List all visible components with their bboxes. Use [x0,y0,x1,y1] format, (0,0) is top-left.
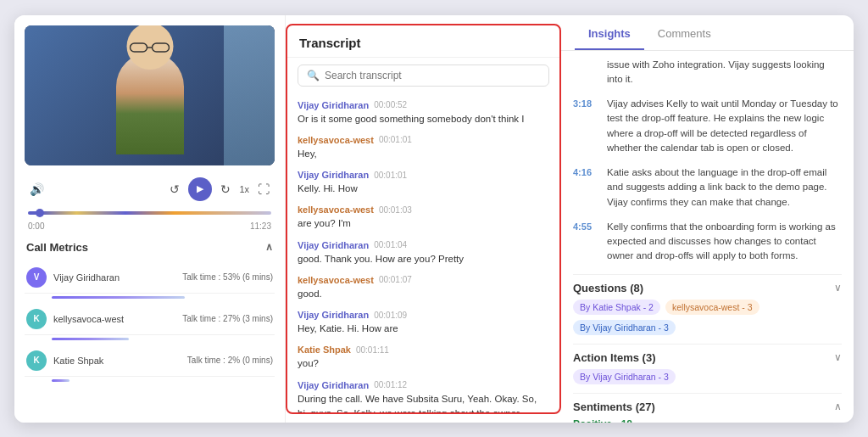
entry-timestamp: 00:01:07 [379,275,412,284]
metric-row: K Katie Shpak Talk time : 2% (0 mins) [25,345,275,387]
tab-comments[interactable]: Comments [644,15,725,50]
speaker-name: Vijay Giridharan [298,170,369,180]
transcript-title: Transcript [287,25,559,58]
fullscreen-button[interactable]: ⛶ [256,181,271,198]
entry-timestamp: 00:01:01 [374,171,407,180]
entry-timestamp: 00:01:09 [374,311,407,320]
video-player[interactable] [25,25,275,165]
forward-button[interactable]: ↻ [219,181,232,198]
transcript-panel: Transcript 🔍 Vijay Giridharan 00:00:52 O… [286,24,561,414]
insights-scroll: issue with Zoho integration. Vijay sugge… [561,51,854,423]
insight-item: 4:55 Kelly confirms that the onboarding … [573,220,842,264]
questions-section: Questions (8) ∨ By Katie Shpak - 2kellys… [573,274,842,335]
insight-text: Vijay advises Kelly to wait until Monday… [607,97,842,155]
action-items-chevron[interactable]: ∨ [834,351,842,363]
transcript-entry: Vijay Giridharan 00:01:01 Kelly. Hi. How [298,170,549,196]
entry-timestamp: 00:01:04 [374,240,407,249]
transcript-entry: Vijay Giridharan 00:01:12 During the cal… [298,380,549,412]
metric-row: K kellysavoca-west Talk time : 27% (3 mi… [25,304,275,345]
search-icon: 🔍 [307,70,320,81]
rewind-button[interactable]: ↺ [168,181,181,198]
search-box: 🔍 [298,64,549,87]
transcript-text: are you? I'm [298,216,549,231]
transcript-scroll: Vijay Giridharan 00:00:52 Or is it some … [287,93,559,412]
transcript-entry: Vijay Giridharan 00:00:52 Or is it some … [298,100,549,126]
sentiments-section: Sentiments (27) ∧ Positive - 18 8:45 Oka… [573,393,842,423]
time-labels: 0:00 11:23 [25,220,275,233]
transcript-text: good. Thank you. How are you? Pretty [298,252,549,266]
participant-talk-time: Talk time : 27% (3 mins) [182,314,273,323]
insight-time: 4:16 [573,165,598,210]
action-items-title: Action Items (3) [573,351,656,364]
entry-timestamp: 00:01:01 [379,135,412,144]
question-tag[interactable]: By Katie Shpak - 2 [573,300,660,315]
speaker-name: Vijay Giridharan [298,310,369,320]
transcript-entry: Katie Shpak 00:01:11 you? [298,345,549,371]
transcript-text: Hey, [298,147,549,161]
transcript-entry: kellysavoca-west 00:01:03 are you? I'm [298,204,549,231]
questions-title: Questions (8) [573,282,643,294]
participant-avatar: K [26,350,47,371]
insight-item: 4:16 Katie asks about the language in th… [573,165,842,210]
speed-button[interactable]: 1x [239,184,249,194]
participant-talk-time: Talk time : 2% (0 mins) [187,356,273,365]
video-controls: 🔊 ↺ ▶ ↻ 1x ⛶ [25,172,275,206]
participant-name: Katie Shpak [53,356,181,366]
action-items-tags: By Vijay Giridharan - 3 [573,369,842,384]
action-tag[interactable]: By Vijay Giridharan - 3 [573,369,676,384]
insight-time [573,58,598,87]
left-panel: 🔊 ↺ ▶ ↻ 1x ⛶ 0:00 11:23 Call Metrics ∧ V… [14,15,286,423]
transcript-text: During the call. We have Subsita Suru, Y… [298,392,549,412]
transcript-text: Kelly. Hi. How [298,182,549,196]
insight-time: 3:18 [573,97,598,155]
speaker-name: Vijay Giridharan [298,240,369,250]
question-tag[interactable]: By Vijay Giridharan - 3 [573,320,676,335]
volume-button[interactable]: 🔊 [28,181,46,198]
questions-chevron[interactable]: ∨ [834,282,842,294]
speaker-name: Vijay Giridharan [298,380,369,390]
speaker-name: kellysavoca-west [298,204,374,215]
entry-timestamp: 00:01:03 [379,205,412,215]
participant-bar [52,379,70,382]
transcript-entry: Vijay Giridharan 00:01:04 good. Thank yo… [298,240,549,266]
transcript-entry: Vijay Giridharan 00:01:09 Hey, Katie. Hi… [298,310,549,336]
metrics-list: V Vijay Giridharan Talk time : 53% (6 mi… [25,262,275,387]
speaker-name: Vijay Giridharan [298,100,369,110]
participant-name: kellysavoca-west [53,314,175,324]
insight-text: issue with Zoho integration. Vijay sugge… [607,58,842,87]
svg-rect-1 [152,43,169,52]
participant-bar [52,296,185,299]
entry-timestamp: 00:01:11 [356,345,389,355]
metric-row: V Vijay Giridharan Talk time : 53% (6 mi… [25,262,275,304]
current-time: 0:00 [28,221,44,231]
participant-name: Vijay Giridharan [53,272,175,283]
insight-time: 4:55 [573,220,598,264]
tab-insights[interactable]: Insights [575,15,644,50]
metrics-collapse-icon[interactable]: ∧ [265,241,273,253]
questions-tags: By Katie Shpak - 2kellysavoca-west - 3By… [573,300,842,335]
transcript-entry: kellysavoca-west 00:01:01 Hey, [298,135,549,161]
sentiments-chevron[interactable]: ∧ [834,401,842,412]
tabs-bar: Insights Comments [561,15,854,51]
call-metrics-header: Call Metrics ∧ [25,241,275,254]
participant-avatar: K [26,309,47,329]
participant-talk-time: Talk time : 53% (6 mins) [182,272,273,282]
entry-timestamp: 00:00:52 [374,100,407,109]
insight-item: 3:18 Vijay advises Kelly to wait until M… [573,97,842,155]
duration: 11:23 [250,221,271,231]
speaker-name: kellysavoca-west [298,135,374,145]
insight-text: Kelly confirms that the onboarding form … [607,220,842,264]
play-button[interactable]: ▶ [188,177,212,201]
transcript-entry: kellysavoca-west 00:01:07 good. [298,275,549,301]
transcript-text: good. [298,287,549,301]
insight-text: Katie asks about the language in the dro… [607,165,842,210]
question-tag[interactable]: kellysavoca-west - 3 [665,300,760,315]
sentiments-title: Sentiments (27) [573,401,655,413]
participant-avatar: V [26,267,47,288]
right-panel: Insights Comments issue with Zoho integr… [561,15,854,423]
participant-bar [52,338,129,340]
search-input[interactable] [325,70,540,81]
progress-bar[interactable] [25,211,275,215]
svg-rect-0 [130,43,147,52]
entry-timestamp: 00:01:12 [374,380,407,389]
